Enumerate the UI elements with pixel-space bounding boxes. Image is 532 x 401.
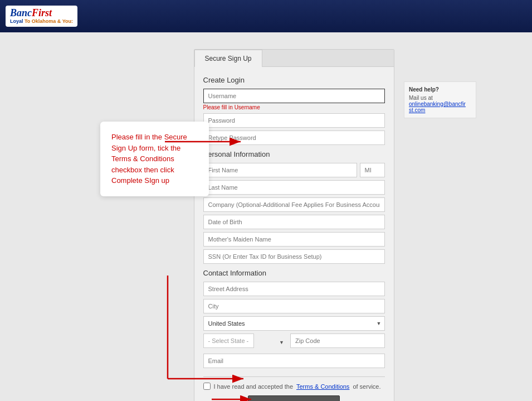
dob-input[interactable] <box>203 215 385 229</box>
password-input[interactable] <box>203 113 385 128</box>
username-input[interactable] <box>203 89 385 103</box>
terms-suffix: of service. <box>353 383 380 390</box>
zip-input[interactable] <box>290 334 385 348</box>
need-help-title: Need help? <box>409 86 471 93</box>
company-input[interactable] <box>203 197 385 212</box>
arrow-to-email <box>165 276 248 386</box>
personal-info-title: Personal Information <box>203 150 385 158</box>
username-error: Please fill in Username <box>203 104 385 110</box>
create-login-title: Create Login <box>203 76 385 84</box>
header: BancFirst Loyal To Oklahoma & You: <box>0 0 532 32</box>
terms-link[interactable]: Terms & Conditions <box>296 383 349 390</box>
help-email-link[interactable]: onlinebanking@bancfir st.com <box>409 101 466 113</box>
main-content: Please fill in the Secure Sign Up form, … <box>0 32 532 401</box>
name-row <box>203 163 385 177</box>
instruction-box: Please fill in the Secure Sign Up form, … <box>100 122 209 196</box>
first-name-input[interactable] <box>203 163 357 177</box>
arrow-to-username <box>165 136 246 149</box>
help-panel: Need help? Mail us at onlinebanking@banc… <box>404 81 476 118</box>
mail-prefix: Mail us at <box>409 95 433 101</box>
bancfirst-logo-text: BancFirst <box>10 8 73 19</box>
mi-input[interactable] <box>360 163 385 177</box>
logo: BancFirst Loyal To Oklahoma & You: <box>6 6 77 27</box>
loyal-tagline: Loyal To Oklahoma & You: <box>10 19 73 25</box>
arrow-to-checkbox <box>212 394 256 401</box>
last-name-input[interactable] <box>203 180 385 195</box>
secure-signup-tab[interactable]: Secure Sign Up <box>194 50 262 67</box>
ssn-input[interactable] <box>203 249 385 264</box>
maiden-name-input[interactable] <box>203 232 385 247</box>
tab-bar: Secure Sign Up <box>194 50 394 67</box>
complete-signup-button[interactable]: Complete Sign up <box>248 395 340 401</box>
